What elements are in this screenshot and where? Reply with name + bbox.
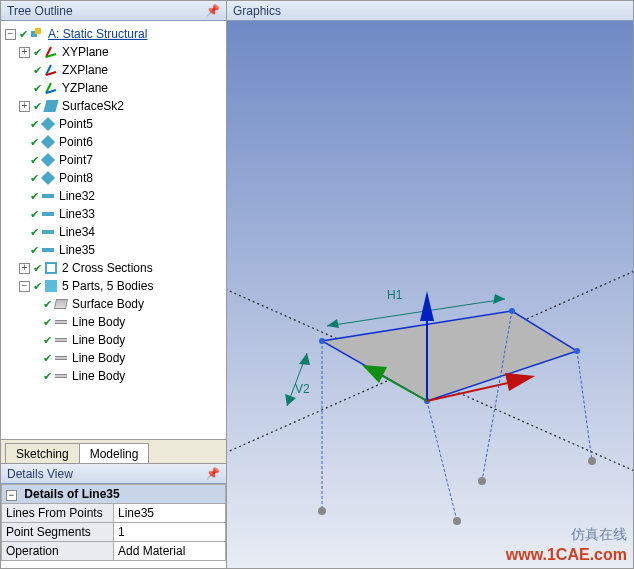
tree-node-surface-body[interactable]: ✔ Surface Body: [5, 295, 224, 313]
tree-node-zxplane[interactable]: ✔ ZXPlane: [5, 61, 224, 79]
tree-node-point7[interactable]: ✔ Point7: [5, 151, 224, 169]
svg-line-33: [577, 351, 592, 461]
row-value[interactable]: Add Material: [114, 542, 226, 561]
node-label: Line Body: [72, 351, 125, 365]
collapse-icon[interactable]: −: [6, 490, 17, 501]
node-label: Surface Body: [72, 297, 144, 311]
tree-node-surfacesk2[interactable]: + ✔ SurfaceSk2: [5, 97, 224, 115]
tree-node-line-body[interactable]: ✔ Line Body: [5, 331, 224, 349]
expand-icon[interactable]: +: [19, 101, 30, 112]
tree-node-line35[interactable]: ✔ Line35: [5, 241, 224, 259]
line-icon: [41, 225, 55, 239]
sketch-icon: [44, 99, 58, 113]
tree-tabs: Sketching Modeling: [1, 439, 226, 463]
node-label: XYPlane: [62, 45, 109, 59]
check-icon: ✔: [30, 190, 39, 203]
details-header-label: Details of Line35: [24, 487, 119, 501]
node-label: 2 Cross Sections: [62, 261, 153, 275]
check-icon: ✔: [43, 334, 52, 347]
node-label: Line34: [59, 225, 95, 239]
details-header-row[interactable]: − Details of Line35: [2, 485, 226, 504]
collapse-icon[interactable]: −: [5, 29, 16, 40]
check-icon: ✔: [30, 208, 39, 221]
cross-section-icon: [44, 261, 58, 275]
check-icon: ✔: [30, 172, 39, 185]
tree-node-line33[interactable]: ✔ Line33: [5, 205, 224, 223]
tab-modeling[interactable]: Modeling: [79, 443, 150, 464]
tree-outline-panel: Tree Outline 📌 − ✔ A: Static Structural …: [1, 1, 227, 463]
node-label: Line Body: [72, 333, 125, 347]
tree-node-point8[interactable]: ✔ Point8: [5, 169, 224, 187]
tab-sketching[interactable]: Sketching: [5, 443, 80, 464]
plane-icon: [44, 63, 58, 77]
collapse-icon[interactable]: −: [19, 281, 30, 292]
pin-icon[interactable]: 📌: [206, 4, 220, 17]
table-row[interactable]: Operation Add Material: [2, 542, 226, 561]
surface-body-icon: [54, 297, 68, 311]
check-icon: ✔: [33, 82, 42, 95]
check-icon: ✔: [30, 136, 39, 149]
dim-h1-label: H1: [387, 288, 403, 302]
check-icon: ✔: [33, 64, 42, 77]
model-icon: [30, 27, 44, 41]
parts-icon: [44, 279, 58, 293]
tree-node-cross-sections[interactable]: + ✔ 2 Cross Sections: [5, 259, 224, 277]
table-row[interactable]: Point Segments 1: [2, 523, 226, 542]
point-icon: [41, 135, 55, 149]
details-view-header: Details View 📌: [1, 464, 226, 484]
check-icon: ✔: [43, 370, 52, 383]
tree-outline-title: Tree Outline: [7, 4, 206, 18]
check-icon: ✔: [43, 298, 52, 311]
node-label: ZXPlane: [62, 63, 108, 77]
row-key: Point Segments: [2, 523, 114, 542]
row-value[interactable]: 1: [114, 523, 226, 542]
tree-node-line32[interactable]: ✔ Line32: [5, 187, 224, 205]
tree-node-point6[interactable]: ✔ Point6: [5, 133, 224, 151]
node-label: 5 Parts, 5 Bodies: [62, 279, 153, 293]
tree-node-xyplane[interactable]: + ✔ XYPlane: [5, 43, 224, 61]
tree-root-static-structural[interactable]: − ✔ A: Static Structural: [5, 25, 224, 43]
line-body-icon: [54, 315, 68, 329]
check-icon: ✔: [43, 352, 52, 365]
check-icon: ✔: [30, 118, 39, 131]
line-icon: [41, 207, 55, 221]
root-label: A: Static Structural: [48, 27, 147, 41]
dim-v2-label: V2: [295, 382, 310, 396]
node-label: YZPlane: [62, 81, 108, 95]
node-label: Line Body: [72, 369, 125, 383]
tree-node-yzplane[interactable]: ✔ YZPlane: [5, 79, 224, 97]
expand-icon[interactable]: +: [19, 263, 30, 274]
line-icon: [41, 189, 55, 203]
table-row[interactable]: Lines From Points Line35: [2, 504, 226, 523]
plane-icon: [44, 81, 58, 95]
tree-node-line-body[interactable]: ✔ Line Body: [5, 313, 224, 331]
graphics-viewport[interactable]: H1 V2 仿真在线 www.1CAE.com: [227, 21, 634, 569]
node-label: SurfaceSk2: [62, 99, 124, 113]
pin-icon[interactable]: 📌: [206, 467, 220, 480]
expand-icon[interactable]: +: [19, 47, 30, 58]
check-icon: ✔: [43, 316, 52, 329]
line-icon: [41, 243, 55, 257]
check-icon: ✔: [33, 280, 42, 293]
row-key: Operation: [2, 542, 114, 561]
line-body-icon: [54, 351, 68, 365]
node-label: Line35: [59, 243, 95, 257]
svg-point-34: [588, 457, 596, 465]
spacer: [19, 65, 30, 76]
line-body-icon: [54, 369, 68, 383]
check-icon: ✔: [30, 226, 39, 239]
tree-node-parts-bodies[interactable]: − ✔ 5 Parts, 5 Bodies: [5, 277, 224, 295]
tree-view[interactable]: − ✔ A: Static Structural + ✔ XYPlane ✔ Z…: [1, 21, 226, 419]
node-label: Point6: [59, 135, 93, 149]
row-value[interactable]: Line35: [114, 504, 226, 523]
point-icon: [41, 171, 55, 185]
tree-node-line-body[interactable]: ✔ Line Body: [5, 367, 224, 385]
check-icon: ✔: [33, 262, 42, 275]
tree-node-point5[interactable]: ✔ Point5: [5, 115, 224, 133]
tree-node-line-body[interactable]: ✔ Line Body: [5, 349, 224, 367]
graphics-header: Graphics: [227, 1, 634, 21]
tree-node-line34[interactable]: ✔ Line34: [5, 223, 224, 241]
details-view-title: Details View: [7, 467, 206, 481]
svg-marker-19: [299, 353, 310, 365]
plane-icon: [44, 45, 58, 59]
